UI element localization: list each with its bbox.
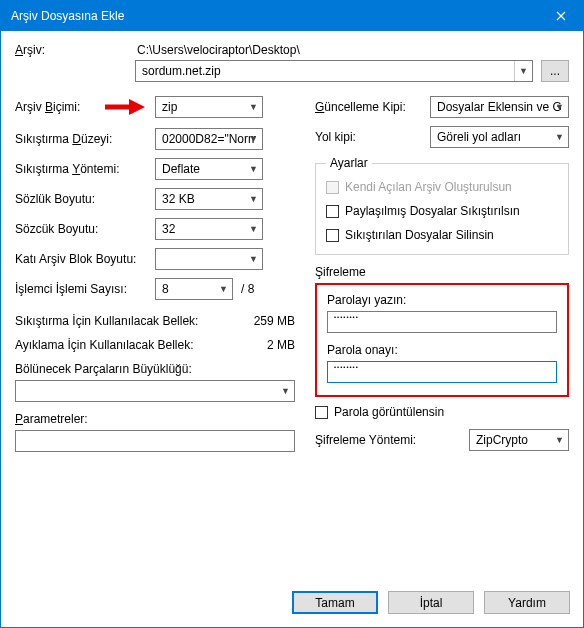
word-select[interactable]: 32 ▼ (155, 218, 263, 240)
chevron-down-icon: ▼ (249, 224, 258, 234)
show-password-label: Parola görüntülensin (334, 405, 444, 419)
enc-method-select[interactable]: ZipCrypto ▼ (469, 429, 569, 451)
word-label: Sözcük Boyutu: (15, 222, 155, 236)
chevron-down-icon: ▼ (249, 254, 258, 264)
encryption-legend: Şifreleme (315, 265, 569, 279)
options-group: Ayarlar Kendi Açılan Arşiv Oluşturulsun … (315, 156, 569, 255)
chevron-down-icon: ▼ (249, 164, 258, 174)
ellipsis-icon: ... (550, 64, 560, 78)
options-legend: Ayarlar (326, 156, 372, 170)
block-select[interactable]: ▼ (155, 248, 263, 270)
pathmode-select[interactable]: Göreli yol adları ▼ (430, 126, 569, 148)
archive-path: C:\Users\velociraptor\Desktop\ (135, 43, 533, 57)
split-label: Bölünecek Parçaların Büyüklüğü: (15, 362, 295, 376)
threads-max: / 8 (241, 282, 254, 296)
update-label: Güncelleme Kipi: (315, 100, 430, 114)
show-password-checkbox[interactable] (315, 406, 328, 419)
method-select[interactable]: Deflate ▼ (155, 158, 263, 180)
split-select[interactable]: ▼ (15, 380, 295, 402)
archive-filename-input[interactable] (136, 61, 514, 81)
update-select[interactable]: Dosyalar Eklensin ve Günc ▼ (430, 96, 569, 118)
close-button[interactable] (538, 1, 583, 31)
dict-select[interactable]: 32 KB ▼ (155, 188, 263, 210)
window-title: Arşiv Dosyasına Ekle (11, 9, 538, 23)
delete-checkbox[interactable] (326, 229, 339, 242)
mem-compress-value: 259 MB (254, 314, 295, 328)
encryption-group: Parolayı yazın: •••••••• Parola onayı: •… (315, 283, 569, 397)
shared-checkbox[interactable] (326, 205, 339, 218)
shared-label: Paylaşılmış Dosyalar Sıkıştırılsın (345, 204, 520, 218)
password-confirm-input[interactable]: •••••••• (327, 361, 557, 383)
params-label: Parametreler: (15, 412, 295, 426)
mem-compress-label: Sıkıştırma İçin Kullanılacak Bellek: (15, 314, 198, 328)
mem-decompress-label: Ayıklama İçin Kullanılacak Bellek: (15, 338, 194, 352)
chevron-down-icon: ▼ (249, 194, 258, 204)
chevron-down-icon: ▼ (249, 102, 258, 112)
sfx-checkbox (326, 181, 339, 194)
sfx-label: Kendi Açılan Arşiv Oluşturulsun (345, 180, 512, 194)
password-confirm-label: Parola onayı: (327, 343, 557, 357)
browse-button[interactable]: ... (541, 60, 569, 82)
threads-label: İşlemci İşlemi Sayısı: (15, 282, 155, 296)
level-label: Sıkıştırma Düzeyi: (15, 132, 155, 146)
close-icon (556, 11, 566, 21)
ok-button[interactable]: Tamam (292, 591, 378, 614)
cancel-button[interactable]: İptal (388, 591, 474, 614)
dict-label: Sözlük Boyutu: (15, 192, 155, 206)
enc-method-label: Şifreleme Yöntemi: (315, 433, 430, 447)
archive-label: Arşiv: (15, 43, 135, 57)
titlebar: Arşiv Dosyasına Ekle (1, 1, 583, 31)
chevron-down-icon: ▼ (555, 435, 564, 445)
threads-select[interactable]: 8 ▼ (155, 278, 233, 300)
chevron-down-icon[interactable]: ▼ (514, 61, 532, 81)
help-button[interactable]: Yardım (484, 591, 570, 614)
dialog-buttons: Tamam İptal Yardım (292, 591, 570, 614)
format-label: Arşiv Biçimi: (15, 100, 103, 114)
archive-filename-combo[interactable]: ▼ (135, 60, 533, 82)
chevron-down-icon: ▼ (219, 284, 228, 294)
chevron-down-icon: ▼ (249, 134, 258, 144)
password-input[interactable]: •••••••• (327, 311, 557, 333)
chevron-down-icon: ▼ (555, 102, 564, 112)
format-select[interactable]: zip ▼ (155, 96, 263, 118)
red-arrow-icon (103, 98, 147, 116)
delete-label: Sıkıştırılan Dosyalar Silinsin (345, 228, 494, 242)
chevron-down-icon: ▼ (555, 132, 564, 142)
chevron-down-icon: ▼ (281, 386, 290, 396)
level-select[interactable]: 02000D82="Normal" ▼ (155, 128, 263, 150)
params-input[interactable] (15, 430, 295, 452)
mem-decompress-value: 2 MB (267, 338, 295, 352)
block-label: Katı Arşiv Blok Boyutu: (15, 252, 155, 266)
pathmode-label: Yol kipi: (315, 130, 430, 144)
method-label: Sıkıştırma Yöntemi: (15, 162, 155, 176)
password-label: Parolayı yazın: (327, 293, 557, 307)
